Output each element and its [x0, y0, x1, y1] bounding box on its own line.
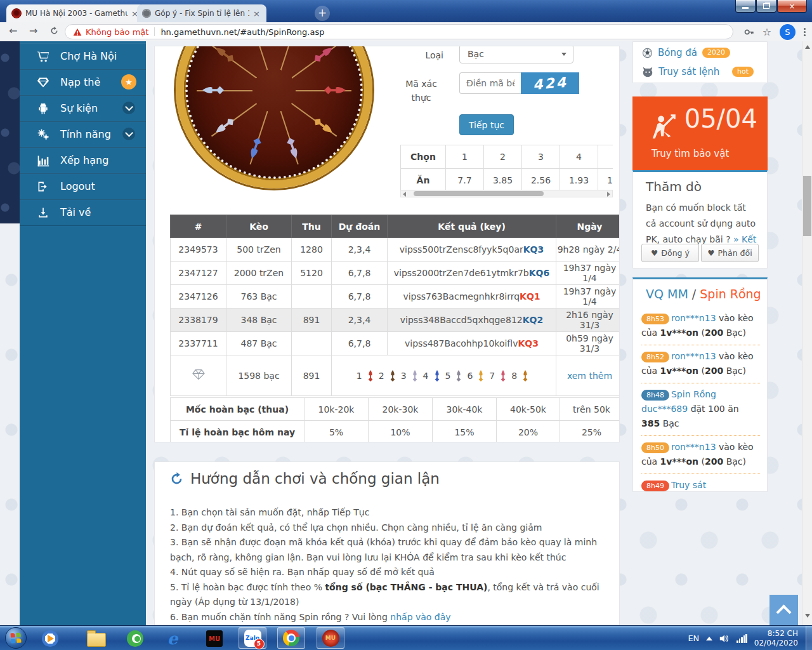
restore-button[interactable]	[756, 0, 776, 13]
sidebar-item-nap-the[interactable]: Nạp thẻ ★	[20, 69, 146, 96]
refund-header-row: Mốc hoàn bạc (thua) 10k-20k 20k-30k 30k-…	[171, 398, 620, 421]
tab-title: Góp ý - Fix Spin tỉ lệ lên 1 tý | Pag	[155, 9, 249, 18]
agree-button[interactable]: ♥Đồng ý	[641, 244, 699, 262]
see-more-link[interactable]: xem thêm	[567, 371, 612, 381]
odds-horizontal-scrollbar[interactable]	[400, 190, 613, 197]
mu-game-taskbar-button[interactable]: MU	[317, 627, 344, 649]
chrome-taskbar-button[interactable]	[277, 627, 305, 649]
sidebar-item-xep-hang[interactable]: Xếp hạng	[20, 147, 146, 174]
volume-icon[interactable]	[719, 634, 730, 643]
sidebar-item-label: Sự kiện	[60, 102, 98, 114]
sidebar-item-cho-ha-noi[interactable]: Chợ Hà Nội	[20, 43, 146, 70]
captcha-box: 424	[521, 72, 579, 94]
result-code: KQ1	[520, 291, 540, 302]
page-scrollbar[interactable]	[802, 41, 812, 625]
mu-game-icon: MU	[322, 630, 339, 647]
internet-explorer-taskbar-icon[interactable]: e	[163, 629, 182, 648]
continue-button[interactable]: Tiếp tục	[459, 114, 514, 135]
back-button[interactable]: ←	[9, 25, 17, 37]
chrome-icon	[283, 630, 299, 646]
security-warning: Không bảo mật	[86, 27, 148, 37]
player-link[interactable]: ron***n13	[671, 313, 716, 323]
scroll-left-icon[interactable]	[403, 192, 406, 197]
file-explorer-taskbar-icon[interactable]	[87, 629, 106, 648]
address-bar[interactable]: Không bảo mật hn.gamethuvn.net/#auth/Spi…	[65, 24, 733, 39]
guide-item: 2. Bạn dự đoán kết quả, có thể lựa chọn …	[170, 521, 604, 536]
tab-title: MU Hà Nội 2003 - GamethuVN.n	[25, 9, 128, 18]
sidebar-item-logout[interactable]: Logout	[20, 173, 146, 200]
code-label: Mã xác thực	[399, 77, 443, 105]
spin-rong-panel: Loại Bạc Mã xác thực 424 Tiếp tục Chọn 1…	[154, 46, 620, 442]
sidebar-item-label: Tải về	[60, 206, 91, 218]
guide-item: 6. Bạn muốn chặn tính năng Spin rồng ? V…	[170, 610, 604, 625]
weapon-list: 1 2 3 4 5 6 7 8	[332, 368, 555, 384]
chevron-down-icon[interactable]	[122, 102, 135, 114]
disagree-button[interactable]: ♥Phản đối	[701, 244, 759, 262]
feed-item: 8h49Truy sát ZzPhanHaiz để nhận thưởng 4…	[641, 474, 760, 492]
network-icon[interactable]	[737, 634, 747, 643]
scroll-right-icon[interactable]	[607, 192, 610, 197]
poll-title: Thăm dò	[646, 179, 702, 194]
player-link[interactable]: ron***n13	[671, 442, 716, 452]
weapon-icon	[210, 46, 240, 69]
sidebar-item-label: Tính năng	[60, 128, 111, 140]
scrollbar-thumb[interactable]	[803, 176, 811, 236]
bong-da-link[interactable]: Bóng đá 2020	[642, 47, 730, 58]
spin-rong-link[interactable]: Spin Rồng	[700, 287, 761, 301]
history-row: 2349573 500 trZen 1280 2,3,4 vipss500trZ…	[171, 238, 620, 262]
profile-avatar[interactable]: S	[780, 24, 796, 40]
refresh-icon	[170, 472, 183, 486]
block-spin-link[interactable]: nhấp vào đây	[390, 612, 450, 622]
tab-gop-y[interactable]: Góp ý - Fix Spin tỉ lệ lên 1 tý | Pag ×	[137, 4, 266, 22]
media-player-taskbar-icon[interactable]	[41, 629, 60, 648]
history-row: 2347127 2000 trZen 5120 6,7,8 vipss2000t…	[171, 262, 620, 285]
taskbar-clock[interactable]: 8:52 CH 02/04/2020	[754, 629, 798, 648]
guide-item: 1. Bạn chọn tài sản muốn đặt, nhấp Tiếp …	[170, 505, 604, 521]
password-key-icon[interactable]	[743, 27, 754, 37]
event-card[interactable]: 05/04 Truy tìm bảo vật	[632, 96, 768, 170]
new-tab-button[interactable]: +	[315, 6, 330, 21]
mu-launcher-taskbar-icon[interactable]: MU	[205, 629, 224, 648]
browser-menu-icon[interactable]	[804, 27, 806, 37]
refresh-button[interactable]	[49, 26, 59, 38]
asset-type-select[interactable]: Bạc	[459, 46, 573, 63]
vq-mm-link[interactable]: VQ MM	[646, 287, 688, 301]
chevron-down-icon[interactable]	[122, 128, 135, 140]
guide-item: 4. Nút quay số sẽ hiện ra. Bạn nhấp quay…	[170, 565, 604, 580]
language-indicator[interactable]: EN	[688, 633, 699, 643]
select-caret-icon	[561, 53, 566, 56]
bookmark-star-icon[interactable]: ☆	[763, 26, 771, 38]
player-link[interactable]: ron***n13	[671, 351, 716, 361]
weapon-icon	[202, 79, 224, 101]
zalo-icon: Zalo 5	[244, 630, 261, 647]
truy-sat-link[interactable]: Truy sát lệnh hot	[642, 66, 719, 77]
forward-button[interactable]: →	[29, 25, 37, 37]
tab-mu-hanoi[interactable]: MU Hà Nội 2003 - GamethuVN.n ×	[6, 4, 145, 22]
coccoc-taskbar-icon[interactable]	[126, 629, 145, 648]
start-button[interactable]	[5, 627, 27, 649]
history-table-wrap: # Kèo Thu Dự đoán Kết quả (key) Ngày 234…	[170, 215, 612, 396]
sidebar-item-su-kien[interactable]: Sự kiện	[20, 95, 146, 122]
show-desktop-button[interactable]	[806, 626, 812, 650]
time-badge: 8h49	[641, 481, 669, 491]
minimize-button[interactable]	[735, 0, 756, 13]
hidden-icons-arrow[interactable]	[706, 637, 712, 640]
tab-close-icon[interactable]: ×	[252, 9, 261, 18]
wheel-spokes	[184, 46, 364, 180]
weapon-icon	[308, 46, 338, 69]
spin-wheel[interactable]	[176, 46, 372, 189]
weapon-icon	[365, 368, 376, 384]
sidebar-item-tinh-nang[interactable]: Tính năng	[20, 121, 146, 148]
sidebar-item-tai-ve[interactable]: Tải về	[20, 199, 146, 226]
close-button[interactable]: ×	[777, 0, 807, 13]
zalo-taskbar-button[interactable]: Zalo 5	[239, 627, 266, 649]
guide-item: 3. Bạn sẽ nhận được đoạn mã khóa kết quả…	[170, 535, 604, 565]
verification-code-input[interactable]	[459, 72, 521, 94]
back-to-top-button[interactable]	[769, 595, 798, 625]
windows-flag-icon	[10, 632, 21, 643]
scroll-up-icon[interactable]	[805, 45, 810, 49]
weapon-icon	[210, 111, 240, 141]
scrollbar-thumb[interactable]	[414, 191, 544, 196]
guide-panel: Hướng dẫn chơi và chống gian lận 1. Bạn …	[154, 461, 620, 625]
scroll-down-icon[interactable]	[805, 614, 810, 618]
